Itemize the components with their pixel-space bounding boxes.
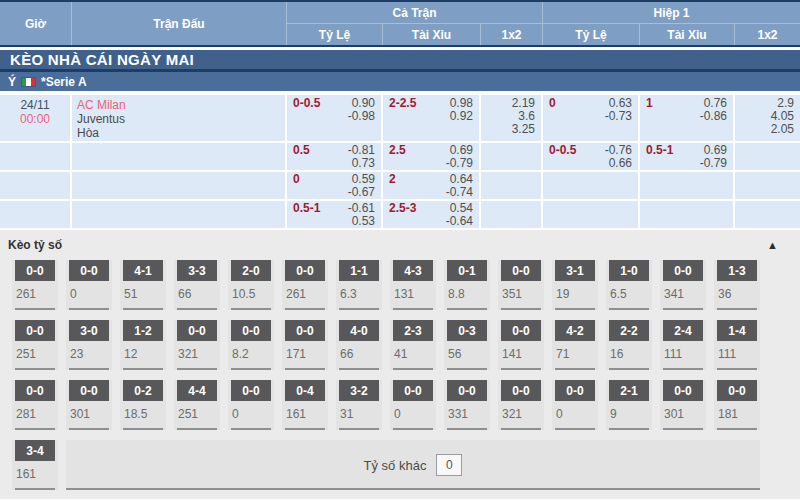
score-box[interactable]: 3-2 bbox=[339, 380, 379, 401]
ft-1x2-cell[interactable]: 2.193.63.25 bbox=[481, 95, 543, 141]
score-cell[interactable]: 4-3131 bbox=[390, 260, 436, 310]
h1-ou-cell[interactable]: 0.5-10.69-0.79 bbox=[640, 143, 735, 170]
score-cell[interactable]: 0-0171 bbox=[282, 320, 328, 370]
score-cell[interactable]: 1-4111 bbox=[714, 320, 760, 370]
score-cell[interactable]: 0-0281 bbox=[12, 380, 58, 430]
score-box[interactable]: 0-0 bbox=[717, 380, 757, 401]
score-box[interactable]: 4-0 bbox=[339, 320, 379, 341]
score-cell[interactable]: 0-356 bbox=[444, 320, 490, 370]
score-cell[interactable]: 4-4251 bbox=[174, 380, 220, 430]
score-cell[interactable]: 0-0261 bbox=[282, 260, 328, 310]
score-cell[interactable]: 2-010.5 bbox=[228, 260, 274, 310]
score-cell[interactable]: 0-0301 bbox=[66, 380, 112, 430]
other-score-value-box[interactable]: 0 bbox=[436, 454, 462, 476]
score-cell[interactable]: 4-066 bbox=[336, 320, 382, 370]
score-box[interactable]: 0-0 bbox=[69, 260, 109, 281]
score-cell[interactable]: 2-4111 bbox=[660, 320, 706, 370]
score-box[interactable]: 2-4 bbox=[663, 320, 703, 341]
score-cell[interactable]: 3-231 bbox=[336, 380, 382, 430]
score-box[interactable]: 2-0 bbox=[231, 260, 271, 281]
score-cell[interactable]: 1-212 bbox=[120, 320, 166, 370]
score-cell[interactable]: 2-19 bbox=[606, 380, 652, 430]
score-box[interactable]: 0-0 bbox=[285, 320, 325, 341]
score-box[interactable]: 0-0 bbox=[501, 320, 541, 341]
score-box[interactable]: 1-4 bbox=[717, 320, 757, 341]
ft-hdp-cell[interactable]: 0.5-0.810.73 bbox=[287, 143, 383, 170]
score-box[interactable]: 3-3 bbox=[177, 260, 217, 281]
score-cell[interactable]: 2-216 bbox=[606, 320, 652, 370]
ft-ou-cell[interactable]: 20.64-0.74 bbox=[383, 172, 481, 199]
score-cell[interactable]: 0-0251 bbox=[12, 320, 58, 370]
h1-hdp-cell[interactable]: 00.63-0.73 bbox=[543, 95, 640, 141]
score-box[interactable]: 2-1 bbox=[609, 380, 649, 401]
ft-hdp-cell[interactable]: 0.5-1-0.610.53 bbox=[287, 201, 383, 228]
ft-hdp-cell[interactable]: 0-0.50.90-0.98 bbox=[287, 95, 383, 141]
score-cell[interactable]: 4-151 bbox=[120, 260, 166, 310]
score-cell[interactable]: 0-0261 bbox=[12, 260, 58, 310]
score-box[interactable]: 0-2 bbox=[123, 380, 163, 401]
score-box[interactable]: 0-1 bbox=[447, 260, 487, 281]
score-cell[interactable]: 1-336 bbox=[714, 260, 760, 310]
score-box[interactable]: 3-1 bbox=[555, 260, 595, 281]
score-box[interactable]: 3-4 bbox=[15, 440, 55, 461]
score-cell[interactable]: 0-0181 bbox=[714, 380, 760, 430]
score-box[interactable]: 0-0 bbox=[393, 380, 433, 401]
collapse-arrow-icon[interactable]: ▲ bbox=[767, 240, 778, 251]
score-box[interactable]: 0-0 bbox=[231, 320, 271, 341]
score-cell[interactable]: 3-023 bbox=[66, 320, 112, 370]
h1-hdp-cell[interactable]: 0-0.5-0.760.66 bbox=[543, 143, 640, 170]
score-cell[interactable]: 0-0351 bbox=[498, 260, 544, 310]
ft-hdp-cell[interactable]: 00.59-0.67 bbox=[287, 172, 383, 199]
score-box[interactable]: 4-2 bbox=[555, 320, 595, 341]
ft-ou-cell[interactable]: 2.50.69-0.79 bbox=[383, 143, 481, 170]
score-cell[interactable]: 0-0301 bbox=[660, 380, 706, 430]
score-box[interactable]: 3-0 bbox=[69, 320, 109, 341]
score-cell[interactable]: 0-4161 bbox=[282, 380, 328, 430]
score-cell[interactable]: 0-00 bbox=[228, 380, 274, 430]
score-box[interactable]: 0-0 bbox=[663, 260, 703, 281]
score-box[interactable]: 0-0 bbox=[231, 380, 271, 401]
score-cell[interactable]: 1-06.5 bbox=[606, 260, 652, 310]
score-box[interactable]: 0-4 bbox=[285, 380, 325, 401]
score-cell[interactable]: 0-18.8 bbox=[444, 260, 490, 310]
score-cell[interactable]: 0-00 bbox=[552, 380, 598, 430]
score-box[interactable]: 0-0 bbox=[663, 380, 703, 401]
score-box[interactable]: 1-0 bbox=[609, 260, 649, 281]
score-box[interactable]: 0-0 bbox=[69, 380, 109, 401]
score-box[interactable]: 0-0 bbox=[15, 260, 55, 281]
score-box[interactable]: 4-1 bbox=[123, 260, 163, 281]
h1-1x2-cell[interactable]: 2.94.052.05 bbox=[735, 95, 800, 141]
score-cell[interactable]: 4-271 bbox=[552, 320, 598, 370]
score-cell[interactable]: 0-0331 bbox=[444, 380, 490, 430]
score-box[interactable]: 0-0 bbox=[177, 320, 217, 341]
score-box[interactable]: 0-3 bbox=[447, 320, 487, 341]
ft-ou-cell[interactable]: 2.5-30.54-0.64 bbox=[383, 201, 481, 228]
h1-ou-cell[interactable]: 10.76-0.86 bbox=[640, 95, 735, 141]
score-box[interactable]: 0-0 bbox=[501, 260, 541, 281]
score-cell[interactable]: 0-0321 bbox=[174, 320, 220, 370]
score-cell[interactable]: 0-00 bbox=[390, 380, 436, 430]
score-box[interactable]: 2-3 bbox=[393, 320, 433, 341]
score-box[interactable]: 1-1 bbox=[339, 260, 379, 281]
score-box[interactable]: 0-0 bbox=[15, 320, 55, 341]
score-cell[interactable]: 0-00 bbox=[66, 260, 112, 310]
score-cell[interactable]: 0-218.5 bbox=[120, 380, 166, 430]
score-cell[interactable]: 2-341 bbox=[390, 320, 436, 370]
score-cell[interactable]: 0-08.2 bbox=[228, 320, 274, 370]
score-box[interactable]: 2-2 bbox=[609, 320, 649, 341]
score-box[interactable]: 1-2 bbox=[123, 320, 163, 341]
score-box[interactable]: 0-0 bbox=[285, 260, 325, 281]
score-cell[interactable]: 0-0141 bbox=[498, 320, 544, 370]
score-box[interactable]: 0-0 bbox=[555, 380, 595, 401]
score-box[interactable]: 4-4 bbox=[177, 380, 217, 401]
score-cell[interactable]: 3-4161 bbox=[12, 440, 58, 490]
ft-ou-cell[interactable]: 2-2.50.980.92 bbox=[383, 95, 481, 141]
score-cell[interactable]: 0-0341 bbox=[660, 260, 706, 310]
score-box[interactable]: 4-3 bbox=[393, 260, 433, 281]
score-box[interactable]: 0-0 bbox=[15, 380, 55, 401]
score-cell[interactable]: 3-119 bbox=[552, 260, 598, 310]
score-box[interactable]: 1-3 bbox=[717, 260, 757, 281]
score-cell[interactable]: 3-366 bbox=[174, 260, 220, 310]
score-cell[interactable]: 1-16.3 bbox=[336, 260, 382, 310]
score-cell[interactable]: 0-0321 bbox=[498, 380, 544, 430]
